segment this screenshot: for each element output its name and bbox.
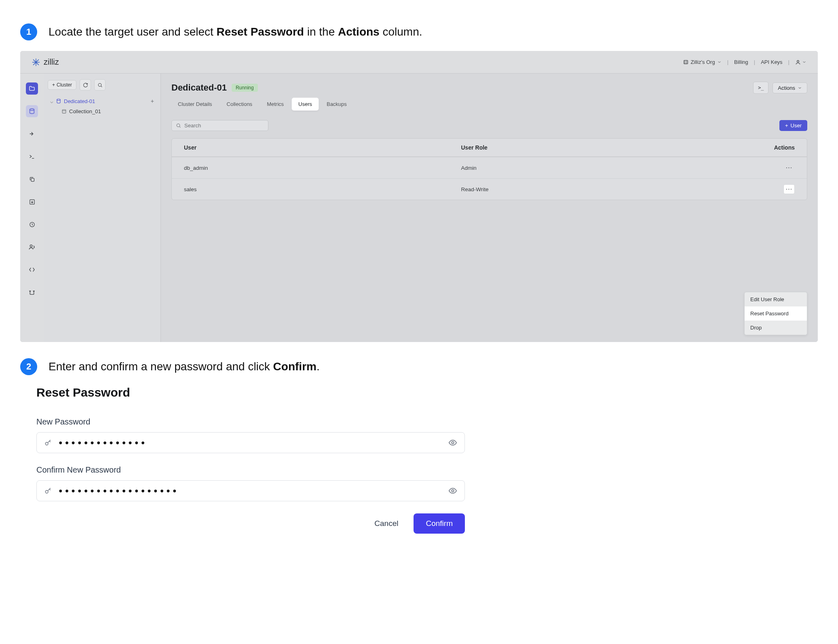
- svg-point-10: [177, 124, 180, 127]
- copy-icon: [29, 176, 35, 182]
- confirm-password-field[interactable]: ●●●●●●●●●●●●●●●●●●●: [36, 480, 465, 501]
- brand-logo-icon: [32, 58, 40, 67]
- pipeline-icon: [29, 131, 35, 137]
- rail-item-import[interactable]: [26, 196, 38, 208]
- tabs: Cluster Details Collections Metrics User…: [171, 98, 807, 110]
- folder-icon: [29, 85, 35, 92]
- svg-point-7: [98, 83, 101, 87]
- rail-item-history[interactable]: [26, 218, 38, 230]
- svg-point-2: [30, 109, 34, 110]
- api-keys-link[interactable]: API Keys: [761, 59, 782, 65]
- row-actions-button[interactable]: ···: [783, 163, 795, 173]
- svg-point-12: [452, 441, 454, 444]
- menu-drop[interactable]: Drop: [745, 321, 807, 335]
- terminal-button[interactable]: >_: [753, 82, 768, 94]
- divider: |: [727, 59, 728, 65]
- collection-icon: [61, 109, 67, 114]
- brand[interactable]: zilliz: [32, 57, 59, 67]
- key-icon: [44, 439, 52, 447]
- chevron-down-icon: [717, 60, 722, 64]
- status-badge: Running: [232, 84, 258, 92]
- step-1-pre: Locate the target user and select: [49, 25, 217, 38]
- org-label: Zilliz's Org: [690, 59, 715, 65]
- billing-link[interactable]: Billing: [734, 59, 748, 65]
- users-icon: [29, 244, 35, 250]
- add-cluster-button[interactable]: + Cluster: [48, 80, 76, 90]
- page-title: Dedicated-01: [171, 82, 227, 93]
- rail-item-projects[interactable]: [26, 82, 38, 95]
- users-table: User User Role Actions db_admin Admin ··…: [171, 138, 807, 200]
- sidebar: + Cluster ⌵ Dedicated-01 +: [44, 74, 161, 342]
- refresh-button[interactable]: [80, 79, 91, 91]
- svg-point-11: [45, 442, 48, 445]
- rail-item-settings[interactable]: [26, 286, 38, 298]
- tab-backups[interactable]: Backups: [320, 98, 353, 110]
- confirm-button[interactable]: Confirm: [414, 513, 465, 534]
- svg-rect-9: [62, 110, 66, 113]
- new-password-field[interactable]: ●●●●●●●●●●●●●●: [36, 432, 465, 453]
- svg-point-1: [797, 60, 799, 62]
- step-2-badge: 2: [20, 358, 37, 375]
- tab-metrics[interactable]: Metrics: [260, 98, 290, 110]
- form-title: Reset Password: [36, 386, 465, 399]
- actions-dropdown[interactable]: Actions: [773, 82, 807, 93]
- row-actions-menu: Edit User Role Reset Password Drop: [744, 292, 807, 335]
- step-2-pre: Enter and confirm a new password and cli…: [49, 360, 273, 373]
- rail-item-copy[interactable]: [26, 173, 38, 185]
- history-icon: [29, 222, 35, 228]
- icon-rail: [20, 74, 44, 342]
- org-switcher[interactable]: Zilliz's Org: [683, 59, 721, 65]
- eye-icon[interactable]: [448, 486, 457, 495]
- rail-item-database[interactable]: [26, 105, 38, 117]
- svg-rect-0: [684, 60, 688, 64]
- plus-icon: +: [785, 122, 788, 129]
- confirm-password-value: ●●●●●●●●●●●●●●●●●●●: [59, 487, 442, 494]
- menu-edit-user-role[interactable]: Edit User Role: [745, 292, 807, 306]
- svg-point-13: [45, 490, 48, 493]
- step-1-bold-1: Reset Password: [217, 25, 304, 38]
- add-collection-button[interactable]: +: [151, 98, 154, 104]
- divider: |: [754, 59, 755, 65]
- rail-item-terminal[interactable]: [26, 150, 38, 163]
- app-screenshot: zilliz Zilliz's Org | Billing | API Keys…: [20, 51, 818, 342]
- search-icon: [176, 123, 181, 128]
- step-1-mid: in the: [304, 25, 338, 38]
- svg-point-14: [452, 490, 454, 492]
- expand-icon: [29, 266, 35, 273]
- tab-cluster-details[interactable]: Cluster Details: [171, 98, 219, 110]
- step-2-bold: Confirm: [273, 360, 317, 373]
- svg-point-8: [57, 99, 60, 101]
- cell-user: db_admin: [184, 165, 461, 171]
- cell-role: Read-Write: [461, 186, 739, 192]
- step-1-text: Locate the target user and select Reset …: [49, 25, 422, 38]
- tab-collections[interactable]: Collections: [220, 98, 259, 110]
- search-cluster-button[interactable]: [94, 79, 106, 91]
- step-1-bold-2: Actions: [338, 25, 380, 38]
- search-placeholder: Search: [184, 122, 201, 129]
- user-menu[interactable]: [795, 59, 806, 65]
- col-user: User: [184, 144, 461, 151]
- actions-label: Actions: [778, 85, 795, 91]
- sidebar-item-collection[interactable]: Collection_01: [48, 108, 156, 114]
- collection-name: Collection_01: [69, 108, 101, 114]
- search-input[interactable]: Search: [171, 120, 268, 131]
- add-user-label: User: [791, 122, 802, 129]
- sidebar-item-cluster[interactable]: ⌵ Dedicated-01 +: [48, 96, 156, 106]
- tool-icon: [29, 289, 35, 296]
- step-2-post: .: [317, 360, 320, 373]
- rail-item-expand[interactable]: [26, 264, 38, 276]
- cancel-button[interactable]: Cancel: [371, 514, 401, 533]
- tab-users[interactable]: Users: [292, 98, 319, 110]
- user-icon: [795, 59, 801, 65]
- table-row: db_admin Admin ···: [172, 157, 807, 178]
- svg-rect-3: [31, 178, 34, 182]
- menu-reset-password[interactable]: Reset Password: [745, 306, 807, 321]
- plus-icon: +: [52, 82, 55, 88]
- import-icon: [29, 199, 35, 205]
- rail-item-pipelines[interactable]: [26, 128, 38, 140]
- rail-item-users[interactable]: [26, 241, 38, 253]
- col-role: User Role: [461, 144, 739, 151]
- eye-icon[interactable]: [448, 438, 457, 447]
- add-user-button[interactable]: + User: [779, 120, 807, 131]
- row-actions-button[interactable]: ···: [783, 184, 795, 194]
